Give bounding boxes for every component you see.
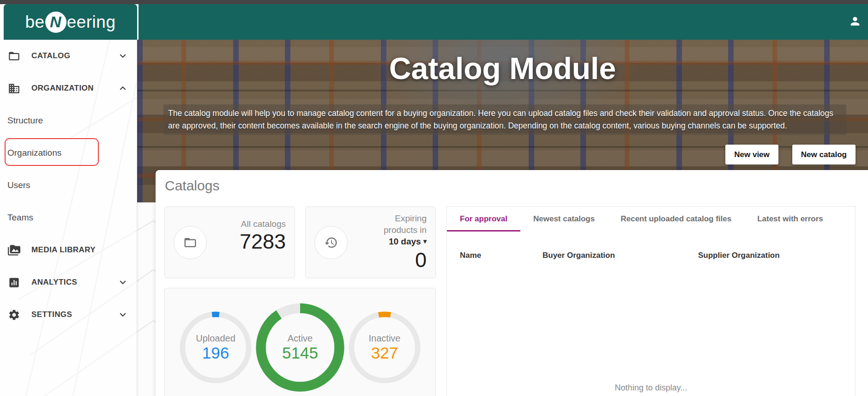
tab-latest-with-errors[interactable]: Latest with errors [744,207,836,232]
app-header-bar [139,4,868,40]
stat-value: 7283 [240,230,286,254]
folder-icon [7,49,20,62]
tab-recent-uploaded-catalog-files[interactable]: Recent uploaded catalog files [608,207,744,232]
column-header-supplier-organization: Supplier Organization [698,251,842,260]
chevron-down-icon[interactable] [116,276,129,289]
sidebar-item-media-library[interactable]: MEDIA LIBRARY [0,234,137,266]
sidebar-item-settings[interactable]: SETTINGS [0,299,137,331]
sidebar-item-organization[interactable]: ORGANIZATION [0,72,137,104]
empty-table-message: Nothing to display... [447,383,855,393]
stat-label-line2: products in [384,224,427,236]
catalog-module-page: beNeering CATALOG ORGANIZATION Struct [0,0,868,396]
sidebar-item-label: Organizations [7,148,61,158]
building-icon [7,82,20,95]
table-header-row: Name Buyer Organization Supplier Organiz… [447,251,855,260]
expiring-days-dropdown[interactable]: 10 days ▾ [384,236,427,248]
sidebar-item-users[interactable]: Users [0,169,137,201]
chevron-down-icon[interactable] [116,308,129,321]
sidebar-item-structure[interactable]: Structure [0,104,137,137]
analytics-icon [7,276,20,289]
history-icon [324,236,338,250]
column-header-buyer-organization: Buyer Organization [542,251,698,260]
donut-label: Inactive [369,333,401,344]
sidebar-item-label: ORGANIZATION [31,84,94,93]
beneering-logo: beNeering [25,12,115,33]
tab-bar: For approval Newest catalogs Recent uplo… [447,207,855,232]
catalog-status-card: Uploaded 196 Active 5145 [164,288,436,396]
sidebar-item-label: Structure [7,116,43,126]
stat-value: 0 [384,248,427,272]
sidebar-item-teams[interactable]: Teams [0,201,137,234]
card-avatar [174,226,207,259]
active-donut-chart[interactable]: Active 5145 [256,303,344,392]
person-icon [849,15,862,28]
sidebar-item-analytics[interactable]: ANALYTICS [0,266,137,299]
tab-newest-catalogs[interactable]: Newest catalogs [520,207,608,232]
expiring-days-value: 10 days [389,237,421,246]
sidebar: CATALOG ORGANIZATION Structure Organizat… [0,40,137,396]
donut-value: 327 [371,344,398,362]
media-library-icon [7,244,20,256]
user-account-button[interactable] [848,14,862,29]
donut-row: Uploaded 196 Active 5145 [165,288,435,392]
sidebar-item-label: CATALOG [31,51,70,61]
column-header-name: Name [460,251,542,260]
module-description: The catalog module will help you to mana… [163,104,846,135]
gear-icon [7,308,20,321]
chevron-up-icon[interactable] [116,82,129,95]
sidebar-item-label: ANALYTICS [31,278,77,287]
new-view-button[interactable]: New view [725,145,778,164]
sidebar-item-label: MEDIA LIBRARY [31,245,96,255]
donut-value: 196 [202,344,229,362]
donut-value: 5145 [282,344,318,362]
catalogs-panel: Catalogs All catalogs 7283 Expiring prod… [156,170,868,396]
logo-n-icon: N [45,12,66,33]
card-avatar [314,226,348,259]
logo-block[interactable]: beNeering [4,4,137,40]
window-top-strip [0,0,868,4]
folder-icon [183,236,197,250]
section-heading: Catalogs [165,178,219,194]
donut-label: Active [288,333,313,344]
catalog-lists-card: For approval Newest catalogs Recent uplo… [446,206,856,396]
donut-label: Uploaded [196,333,235,344]
logo-text-pre: be [25,12,44,32]
sidebar-item-label: Users [7,180,30,190]
hero-actions: New view New catalog [725,145,856,164]
caret-down-icon: ▾ [423,236,427,247]
stat-label: All catalogs [240,218,286,230]
logo-text-post: eering [67,12,116,32]
inactive-donut-chart[interactable]: Inactive 327 [347,310,422,385]
sidebar-item-catalog[interactable]: CATALOG [0,40,137,72]
stat-label-line1: Expiring [384,213,427,224]
tab-for-approval[interactable]: For approval [447,207,520,232]
all-catalogs-card[interactable]: All catalogs 7283 [164,207,295,278]
expiring-products-card[interactable]: Expiring products in 10 days ▾ 0 [305,207,436,278]
sidebar-item-label: SETTINGS [31,310,72,319]
uploaded-donut-chart[interactable]: Uploaded 196 [178,310,253,385]
new-catalog-button[interactable]: New catalog [792,145,856,164]
page-title: Catalog Module [137,51,868,86]
sidebar-item-organizations[interactable]: Organizations [0,137,137,169]
sidebar-item-label: Teams [7,213,33,223]
chevron-down-icon[interactable] [116,49,129,62]
